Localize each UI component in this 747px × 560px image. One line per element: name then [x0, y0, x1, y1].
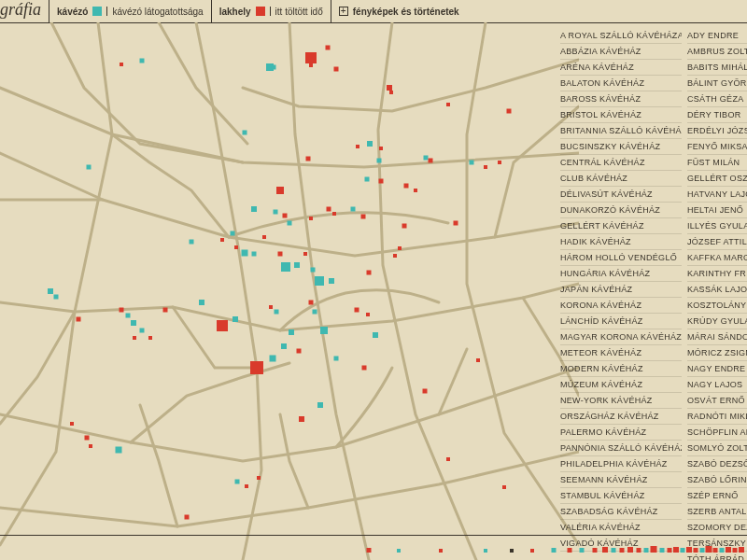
cafe-list-item[interactable]: BRITANNIA SZÁLLÓ KÁVÉHÁZA [560, 123, 682, 139]
home-marker[interactable] [148, 336, 152, 340]
cafe-list-item[interactable]: STAMBUL KÁVÉHÁZ [560, 488, 682, 504]
writer-list-item[interactable]: ILLYÉS GYULA [687, 218, 747, 234]
home-marker[interactable] [454, 221, 458, 226]
home-marker[interactable] [217, 320, 228, 331]
home-marker[interactable] [402, 224, 407, 229]
home-marker[interactable] [89, 444, 92, 448]
cafe-list-item[interactable]: CENTRÁL KÁVÉHÁZ [560, 155, 682, 171]
cafe-marker[interactable] [126, 314, 131, 318]
cafe-marker[interactable] [275, 310, 279, 315]
cafe-marker[interactable] [54, 295, 59, 300]
writer-list-item[interactable]: KOSZTOLÁNYI DEZSŐ [687, 298, 747, 314]
cafe-list-item[interactable]: MAGYAR KORONA KÁVÉHÁZA [560, 329, 682, 345]
cafe-marker[interactable] [365, 177, 370, 182]
cafe-marker[interactable] [289, 329, 294, 335]
writer-list-item[interactable]: BABITS MIHÁLY [687, 60, 747, 76]
cafe-marker[interactable] [140, 329, 145, 333]
writer-list-item[interactable]: KAFFKA MARGIT [687, 250, 747, 266]
timeline-tick[interactable] [568, 548, 572, 553]
cafe-list-item[interactable]: BALATON KÁVÉHÁZ [560, 76, 682, 91]
home-marker[interactable] [309, 217, 313, 220]
home-marker[interactable] [398, 246, 402, 250]
writer-list-item[interactable]: CSÁTH GÉZA [687, 91, 747, 107]
timeline-tick[interactable] [726, 547, 731, 553]
cafe-marker[interactable] [281, 262, 290, 272]
cafe-marker[interactable] [313, 310, 317, 315]
cafe-list-item[interactable]: HÁROM HOLLÓ VENDÉGLŐ [560, 250, 682, 266]
cafe-marker[interactable] [270, 356, 276, 362]
cafe-list-item[interactable]: ORSZÁGHÁZ KÁVÉHÁZ [560, 409, 682, 425]
writer-list-item[interactable]: SOMLYÓ ZOLTÁN [687, 441, 747, 456]
timeline-tick[interactable] [700, 548, 705, 553]
timeline-tick[interactable] [367, 548, 372, 553]
home-marker[interactable] [404, 184, 409, 189]
timeline-tick[interactable] [673, 547, 679, 553]
cafe-marker[interactable] [317, 402, 323, 408]
timeline-tick[interactable] [510, 549, 514, 553]
home-marker[interactable] [299, 416, 304, 422]
writer-list-item[interactable]: ERDÉLYI JÓZSEF [687, 123, 747, 139]
cafe-list-item[interactable]: PHILADELPHIA KÁVÉHÁZ [560, 456, 682, 472]
writer-list-item[interactable]: HELTAI JENŐ [687, 203, 747, 218]
cafe-list-item[interactable]: ARÉNA KÁVÉHÁZ [560, 60, 682, 76]
home-marker[interactable] [297, 349, 302, 354]
cafe-list-item[interactable]: MODERN KÁVÉHÁZ [560, 361, 682, 377]
timeline-tick[interactable] [713, 548, 718, 553]
cafe-marker[interactable] [116, 447, 122, 454]
cafe-list-item[interactable]: BAROSS KÁVÉHÁZ [560, 91, 682, 107]
writer-list-item[interactable]: MÁRAI SÁNDOR [687, 329, 747, 345]
timeline-tick[interactable] [739, 547, 744, 553]
cafe-list-item[interactable]: MÚZEUM KÁVÉHÁZ [560, 377, 682, 393]
cafe-marker[interactable] [199, 300, 204, 305]
timeline-tick[interactable] [720, 548, 725, 553]
home-marker[interactable] [283, 214, 288, 218]
writer-list-item[interactable]: SZÉP ERNŐ [687, 488, 747, 504]
cafe-list-item[interactable]: SZABADSÁG KÁVÉHÁZ [560, 504, 682, 520]
home-marker[interactable] [262, 235, 266, 239]
home-marker[interactable] [332, 212, 336, 216]
cafe-marker[interactable] [131, 320, 136, 326]
home-marker[interactable] [257, 476, 261, 480]
cafe-list-item[interactable]: PALERMO KÁVÉHÁZ [560, 425, 682, 441]
timeline-tick[interactable] [686, 547, 692, 553]
home-marker[interactable] [120, 308, 124, 313]
writer-list-item[interactable]: ADY ENDRE [687, 28, 747, 44]
home-marker[interactable] [498, 161, 501, 164]
home-marker[interactable] [362, 366, 367, 371]
cafe-list-item[interactable]: BRISTOL KÁVÉHÁZ [560, 107, 682, 123]
home-marker[interactable] [309, 63, 313, 67]
home-marker[interactable] [133, 336, 136, 340]
cafe-list-item[interactable]: DÉLIVASÚT KÁVÉHÁZ [560, 187, 682, 203]
home-marker[interactable] [250, 361, 263, 374]
home-marker[interactable] [502, 485, 506, 489]
timeline-tick[interactable] [580, 548, 585, 553]
writer-list-item[interactable]: MÓRICZ ZSIGMOND [687, 345, 747, 361]
writer-list-item[interactable]: SCHÖPFLIN ALADÁR [687, 425, 747, 441]
cafe-marker[interactable] [329, 278, 334, 284]
writer-list-item[interactable]: KRÚDY GYULA [687, 314, 747, 329]
home-marker[interactable] [361, 215, 366, 219]
home-marker[interactable] [429, 159, 433, 163]
home-marker[interactable] [446, 457, 450, 461]
cafe-list-item[interactable]: NEW-YORK KÁVÉHÁZ [560, 393, 682, 409]
home-marker[interactable] [163, 308, 168, 313]
home-marker[interactable] [379, 147, 383, 150]
cafe-list-item[interactable]: DUNAKORZÓ KÁVÉHÁZ [560, 203, 682, 218]
home-marker[interactable] [476, 358, 480, 362]
cafe-marker[interactable] [233, 316, 238, 322]
cafe-marker[interactable] [288, 221, 292, 226]
timeline-tick[interactable] [660, 548, 665, 553]
timeline-tick[interactable] [593, 548, 598, 553]
cafe-marker[interactable] [242, 250, 248, 257]
cafe-marker[interactable] [87, 165, 92, 170]
cafe-marker[interactable] [351, 207, 356, 212]
writer-list-item[interactable]: NAGY ENDRE [687, 361, 747, 377]
cafe-marker[interactable] [252, 252, 257, 257]
timeline-tick[interactable] [668, 548, 672, 553]
writer-list-item[interactable]: SZERB ANTAL [687, 504, 747, 520]
writer-list-item[interactable]: KASSÁK LAJOS [687, 282, 747, 298]
timeline-tick[interactable] [627, 547, 633, 553]
home-marker[interactable] [306, 157, 311, 161]
home-marker[interactable] [70, 422, 74, 426]
home-marker[interactable] [120, 63, 123, 66]
